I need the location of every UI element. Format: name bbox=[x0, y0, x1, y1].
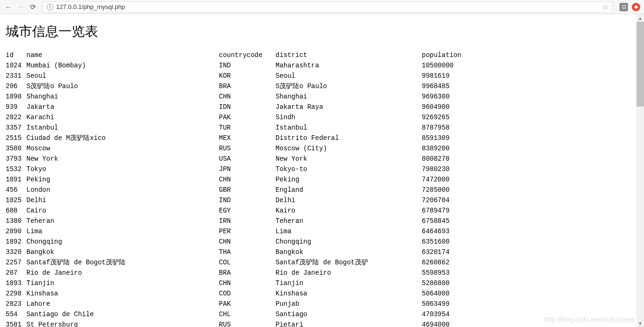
cell-population: 7285000 bbox=[422, 185, 478, 195]
cell-countrycode: CHN bbox=[219, 174, 276, 185]
cell-name: Seoul bbox=[26, 71, 219, 81]
browser-toolbar: ← → ⟳ i 127.0.0.1/php_mysql.php ☆ ⊡ ◆ bbox=[0, 0, 644, 14]
table-header-row: id name countrycode district population bbox=[6, 50, 638, 60]
cell-district: Distrito Federal bbox=[276, 133, 422, 143]
cell-district: Punjab bbox=[276, 299, 422, 309]
table-row: 2823 Lahore PAK Punjab 5063499 bbox=[6, 299, 638, 309]
table-row: 2331 Seoul KOR Seoul 9981619 bbox=[6, 71, 638, 81]
cell-id: 3320 bbox=[6, 247, 26, 257]
cell-name: Mumbai (Bombay) bbox=[26, 60, 219, 71]
cell-id: 206 bbox=[6, 81, 26, 91]
cell-population: 7206704 bbox=[422, 195, 478, 205]
cell-countrycode: IND bbox=[219, 60, 276, 71]
table-row: 3581 St Petersburg RUS Pietari 4694000 bbox=[6, 319, 638, 327]
cell-id: 3580 bbox=[6, 143, 26, 154]
page-title: 城市信息一览表 bbox=[6, 23, 638, 41]
header-id: id bbox=[6, 50, 26, 60]
cell-id: 2822 bbox=[6, 112, 26, 123]
cell-name: Ciudad de M茂驴陆xico bbox=[26, 133, 219, 143]
cell-name: Tokyo bbox=[26, 164, 219, 174]
cell-name: Chongqing bbox=[26, 237, 219, 247]
cell-name: Moscow bbox=[26, 143, 219, 154]
header-countrycode: countrycode bbox=[219, 50, 276, 60]
cell-countrycode: COD bbox=[219, 288, 276, 299]
extension-icon[interactable]: ⊡ bbox=[619, 3, 628, 11]
cell-id: 2298 bbox=[6, 288, 26, 299]
cell-countrycode: IDN bbox=[219, 102, 276, 112]
cell-id: 1025 bbox=[6, 195, 26, 205]
cell-population: 9604900 bbox=[422, 102, 478, 112]
table-row: 456 London GBR England 7285000 bbox=[6, 185, 638, 195]
cell-countrycode: PAK bbox=[219, 299, 276, 309]
back-button[interactable]: ← bbox=[4, 2, 13, 12]
cell-countrycode: JPN bbox=[219, 164, 276, 174]
cell-id: 2823 bbox=[6, 299, 26, 309]
cell-population: 9696300 bbox=[422, 91, 478, 102]
cell-countrycode: COL bbox=[219, 257, 276, 268]
cell-name: London bbox=[26, 185, 219, 195]
table-body: 1024 Mumbai (Bombay) IND Maharashtra 105… bbox=[6, 60, 638, 327]
cell-population: 4703954 bbox=[422, 309, 478, 319]
cell-population: 6351600 bbox=[422, 237, 478, 247]
table-row: 206 S茂驴陆o Paulo BRA S茂驴陆o Paulo 9968485 bbox=[6, 81, 638, 91]
table-row: 2257 Santaf茂驴陆 de Bogot茂驴陆 COL Santaf茂驴陆… bbox=[6, 257, 638, 268]
table-row: 1892 Chongqing CHN Chongqing 6351600 bbox=[6, 237, 638, 247]
cell-name: Bangkok bbox=[26, 247, 219, 257]
cell-id: 1380 bbox=[6, 216, 26, 226]
cell-id: 2331 bbox=[6, 71, 26, 81]
cell-district: Chongqing bbox=[276, 237, 422, 247]
cell-countrycode: IRN bbox=[219, 216, 276, 226]
cell-district: Sindh bbox=[276, 112, 422, 123]
cell-countrycode: THA bbox=[219, 247, 276, 257]
cell-id: 1891 bbox=[6, 174, 26, 185]
cell-name: Lahore bbox=[26, 299, 219, 309]
cell-countrycode: BRA bbox=[219, 268, 276, 278]
cell-countrycode: MEX bbox=[219, 133, 276, 143]
bookmark-star-icon[interactable]: ☆ bbox=[602, 2, 609, 11]
table-row: 1890 Shanghai CHN Shanghai 9696300 bbox=[6, 91, 638, 102]
header-district: district bbox=[276, 50, 422, 60]
cell-id: 1024 bbox=[6, 60, 26, 71]
table-row: 3793 New York USA New York 8008278 bbox=[6, 154, 638, 164]
cell-population: 9269265 bbox=[422, 112, 478, 123]
cell-district: Moscow (City) bbox=[276, 143, 422, 154]
header-population: population bbox=[422, 50, 478, 60]
table-row: 608 Cairo EGY Kairo 6789479 bbox=[6, 205, 638, 216]
cell-population: 6758845 bbox=[422, 216, 478, 226]
cell-district: S茂驴陆o Paulo bbox=[276, 81, 422, 91]
cell-district: New York bbox=[276, 154, 422, 164]
cell-district: Shanghai bbox=[276, 91, 422, 102]
cell-population: 5598953 bbox=[422, 268, 478, 278]
cell-name: Santiago de Chile bbox=[26, 309, 219, 319]
cell-countrycode: RUS bbox=[219, 143, 276, 154]
table-row: 2298 Kinshasa COD Kinshasa 5064000 bbox=[6, 288, 638, 299]
table-row: 1024 Mumbai (Bombay) IND Maharashtra 105… bbox=[6, 60, 638, 71]
cell-district: Bangkok bbox=[276, 247, 422, 257]
address-bar[interactable]: i 127.0.0.1/php_mysql.php ☆ bbox=[42, 1, 613, 13]
extension-icon-red[interactable]: ◆ bbox=[632, 3, 640, 11]
cell-id: 1890 bbox=[6, 91, 26, 102]
cell-countrycode: USA bbox=[219, 154, 276, 164]
table-row: 1893 Tianjin CHN Tianjin 5286800 bbox=[6, 278, 638, 288]
cell-name: St Petersburg bbox=[26, 319, 219, 327]
cell-countrycode: PER bbox=[219, 226, 276, 237]
forward-button[interactable]: → bbox=[16, 2, 25, 12]
cell-name: Santaf茂驴陆 de Bogot茂驴陆 bbox=[26, 257, 219, 268]
table-row: 1380 Teheran IRN Teheran 6758845 bbox=[6, 216, 638, 226]
cell-population: 5063499 bbox=[422, 299, 478, 309]
scroll-down-arrow[interactable]: ▼ bbox=[636, 319, 644, 327]
cell-name: Shanghai bbox=[26, 91, 219, 102]
scroll-up-arrow[interactable]: ▲ bbox=[636, 14, 644, 22]
toolbar-extensions: ⊡ ◆ bbox=[618, 3, 640, 11]
cell-district: Peking bbox=[276, 174, 422, 185]
site-info-icon[interactable]: i bbox=[47, 4, 53, 10]
reload-button[interactable]: ⟳ bbox=[28, 2, 38, 12]
cell-population: 6260862 bbox=[422, 257, 478, 268]
vertical-scrollbar[interactable]: ▲ ▼ bbox=[636, 14, 644, 327]
scroll-thumb[interactable] bbox=[636, 22, 644, 106]
cell-countrycode: CHN bbox=[219, 91, 276, 102]
cell-population: 9968485 bbox=[422, 81, 478, 91]
cell-id: 939 bbox=[6, 102, 26, 112]
cell-name: Istanbul bbox=[26, 123, 219, 133]
cell-id: 207 bbox=[6, 268, 26, 278]
